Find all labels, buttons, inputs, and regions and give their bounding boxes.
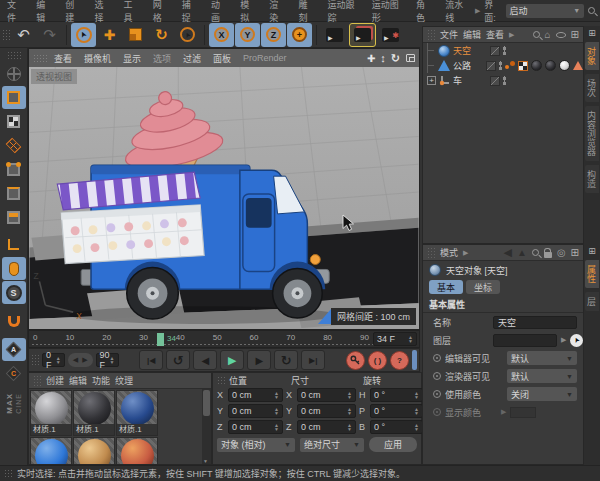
- x-axis-lock-button[interactable]: X: [209, 23, 234, 47]
- model-mode-button[interactable]: [2, 86, 26, 109]
- end-frame-field[interactable]: 90 F ▲▼: [96, 353, 119, 367]
- next-key-button[interactable]: ↻: [274, 350, 298, 370]
- tab-takes[interactable]: 场次: [585, 74, 599, 102]
- tab-structure[interactable]: 构造: [585, 165, 599, 193]
- tab-attributes[interactable]: 属性: [585, 260, 599, 288]
- layer-tag[interactable]: [490, 76, 500, 86]
- om-search-icon[interactable]: [533, 31, 540, 38]
- menu-render[interactable]: 渲染: [262, 0, 291, 24]
- object-row-car[interactable]: + 车: [423, 73, 583, 88]
- texture-mode-button[interactable]: [2, 110, 26, 133]
- lock-icon[interactable]: [544, 252, 552, 258]
- animation-dot-icon[interactable]: [433, 390, 441, 398]
- render-visibility-select[interactable]: 默认▼: [507, 369, 577, 383]
- rotation-p-field[interactable]: 0 °▲▼: [370, 404, 423, 418]
- om-addview-icon[interactable]: ⊞: [571, 29, 579, 40]
- palette-grip[interactable]: [7, 51, 21, 59]
- record-keyframe-button[interactable]: [346, 351, 365, 370]
- layer-tag[interactable]: [486, 61, 496, 71]
- play-button[interactable]: ▶: [220, 350, 244, 370]
- material-slot[interactable]: 材质.1: [30, 437, 72, 465]
- tab-basic[interactable]: 基本: [429, 280, 463, 294]
- render-view-button[interactable]: ▶: [321, 23, 348, 47]
- apply-button[interactable]: 应用: [369, 437, 417, 452]
- layer-field[interactable]: [493, 334, 557, 347]
- menu-tools[interactable]: 工具: [117, 0, 146, 24]
- expand-icon[interactable]: +: [427, 76, 436, 85]
- om-eye-icon[interactable]: [556, 32, 566, 38]
- materials-menu-function[interactable]: 功能: [92, 374, 110, 387]
- material-slot[interactable]: 材质.1: [30, 390, 72, 436]
- visibility-dots[interactable]: [503, 46, 506, 55]
- om-menu-view[interactable]: 查看: [486, 28, 504, 41]
- menu-mograph[interactable]: 运动图形: [365, 0, 409, 24]
- y-axis-lock-button[interactable]: Y: [235, 23, 260, 47]
- material-slot[interactable]: 材质.1: [116, 437, 158, 465]
- goto-end-button[interactable]: ▶|: [301, 350, 325, 370]
- vp-menu-prorender[interactable]: ProRender: [238, 53, 292, 63]
- om-home-icon[interactable]: ⌂: [545, 29, 551, 40]
- last-tool[interactable]: ➤: [175, 23, 200, 47]
- size-mode-select[interactable]: 绝对尺寸▼: [300, 438, 364, 452]
- editor-visibility-select[interactable]: 默认▼: [507, 351, 577, 365]
- om-menu-edit[interactable]: 编辑: [463, 28, 481, 41]
- edges-mode-button[interactable]: [2, 182, 26, 205]
- menu-motion-tracker[interactable]: 运动跟踪: [321, 0, 365, 24]
- material-tag[interactable]: [531, 60, 542, 71]
- rotation-b-field[interactable]: 0 °▲▼: [370, 420, 423, 434]
- points-mode-button[interactable]: [2, 158, 26, 181]
- materials-menu-create[interactable]: 创建: [46, 374, 64, 387]
- menu-simulate[interactable]: 模拟: [233, 0, 262, 24]
- enable-axis-button[interactable]: [2, 233, 26, 256]
- interface-layout-select[interactable]: 启动▼: [506, 4, 585, 18]
- vp-menu-camera[interactable]: 摄像机: [79, 52, 116, 65]
- viewport-grip[interactable]: [33, 54, 47, 62]
- render-picture-viewer-button[interactable]: ▶: [349, 23, 376, 47]
- size-z-field[interactable]: 0 cm▲▼: [297, 420, 356, 434]
- target-icon[interactable]: ◎: [557, 247, 566, 258]
- name-field[interactable]: 天空: [493, 316, 577, 329]
- timeline-marker[interactable]: [157, 333, 164, 346]
- vp-zoom-icon[interactable]: ↕: [380, 52, 386, 64]
- history-up-icon[interactable]: ▲: [517, 247, 527, 258]
- scene-3d[interactable]: Z X: [29, 67, 419, 329]
- om-menu-file[interactable]: 文件: [440, 28, 458, 41]
- render-settings-button[interactable]: ▶ ✱: [377, 23, 404, 47]
- phong-tag[interactable]: [505, 61, 515, 71]
- visibility-dots[interactable]: [503, 76, 506, 85]
- prev-key-button[interactable]: ↺: [166, 350, 190, 370]
- object-row-sky[interactable]: 天空: [423, 43, 583, 58]
- vp-pan-icon[interactable]: ✚: [367, 53, 375, 64]
- prev-frame-button[interactable]: ◀: [193, 350, 217, 370]
- size-x-field[interactable]: 0 cm▲▼: [297, 388, 356, 402]
- dock-add-icon[interactable]: ⊞: [588, 246, 596, 256]
- layer-menu-arrow[interactable]: ▶: [561, 336, 566, 344]
- visibility-dots[interactable]: [499, 61, 502, 70]
- om-grip[interactable]: [427, 29, 435, 41]
- make-editable-button[interactable]: [2, 62, 26, 85]
- menu-edit[interactable]: 编辑: [29, 0, 58, 24]
- menu-animate[interactable]: 动画: [204, 0, 233, 24]
- magnet-tool-button[interactable]: [2, 310, 26, 333]
- coords-mode-select[interactable]: 对象 (相对)▼: [217, 438, 295, 452]
- redo-button[interactable]: ↷: [37, 23, 62, 47]
- size-y-field[interactable]: 0 cm▲▼: [297, 404, 356, 418]
- menu-file[interactable]: 文件: [0, 0, 29, 24]
- viewport-solo-button[interactable]: [2, 257, 26, 280]
- position-y-field[interactable]: 0 cm▲▼: [228, 404, 283, 418]
- vp-menu-panel[interactable]: 面板: [208, 52, 236, 65]
- vp-menu-view[interactable]: 查看: [49, 52, 77, 65]
- animation-dot-icon[interactable]: [433, 354, 441, 362]
- menu-select[interactable]: 选择: [87, 0, 116, 24]
- viewport[interactable]: 查看 摄像机 显示 选项 过滤 面板 ProRender ✚ ↕ ↻: [28, 48, 420, 330]
- goto-start-button[interactable]: |◀: [139, 350, 163, 370]
- menu-snap[interactable]: 捕捉: [175, 0, 204, 24]
- compositing-tag[interactable]: [518, 61, 528, 71]
- tab-coordinates[interactable]: 坐标: [466, 280, 500, 294]
- menu-character[interactable]: 角色: [409, 0, 438, 24]
- clipped-tag[interactable]: [573, 61, 583, 70]
- vp-menu-filter[interactable]: 过滤: [178, 52, 206, 65]
- viewport-view-label[interactable]: 透视视图: [31, 69, 77, 84]
- om-menu-more[interactable]: ▶: [509, 31, 514, 39]
- vp-maximize-icon[interactable]: [406, 54, 415, 62]
